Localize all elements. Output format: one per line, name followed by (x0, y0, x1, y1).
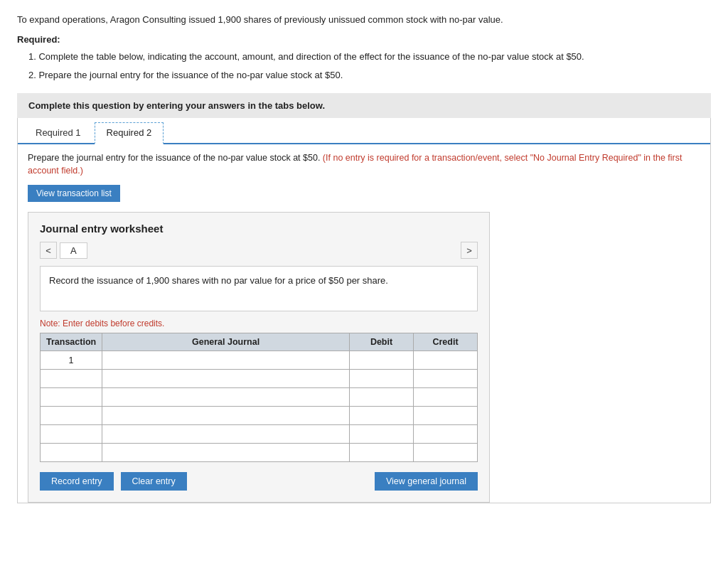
txn-cell (41, 370, 102, 388)
col-transaction: Transaction (41, 333, 102, 351)
worksheet-container: Journal entry worksheet < A > Record the… (28, 212, 490, 503)
instruction-text: Prepare the journal entry for the issuan… (28, 151, 700, 178)
tab-required-1[interactable]: Required 1 (23, 122, 93, 143)
credit-cell[interactable] (414, 425, 478, 444)
debit-input[interactable] (350, 444, 413, 461)
general-journal-cell[interactable] (102, 370, 350, 388)
view-general-journal-button[interactable]: View general journal (375, 472, 478, 491)
debit-cell[interactable] (350, 444, 414, 462)
debit-cell[interactable] (350, 407, 414, 425)
general-journal-input[interactable] (102, 444, 349, 461)
question-banner: Complete this question by entering your … (17, 93, 711, 118)
action-row: Record entry Clear entry View general jo… (40, 472, 478, 491)
nav-right-button[interactable]: > (461, 242, 478, 259)
journal-table: Transaction General Journal Debit Credit… (40, 333, 478, 462)
txn-cell (41, 388, 102, 407)
debit-input[interactable] (350, 407, 413, 424)
debit-cell[interactable] (350, 370, 414, 388)
table-row (41, 388, 478, 407)
credit-cell[interactable] (414, 407, 478, 425)
debit-input[interactable] (350, 425, 413, 443)
required-item-2: 2. Prepare the journal entry for the iss… (28, 68, 711, 83)
tabs-container: Required 1 Required 2 Prepare the journa… (17, 118, 711, 504)
col-general-journal: General Journal (102, 333, 350, 351)
general-journal-input[interactable] (102, 388, 349, 406)
worksheet-title: Journal entry worksheet (40, 223, 478, 235)
general-journal-input[interactable] (102, 425, 349, 443)
note-text: Note: Enter debits before credits. (40, 319, 478, 328)
txn-cell (41, 425, 102, 444)
tab-a-label[interactable]: A (60, 242, 87, 259)
general-journal-cell[interactable] (102, 388, 350, 407)
credit-cell[interactable] (414, 351, 478, 370)
txn-cell (41, 407, 102, 425)
record-entry-button[interactable]: Record entry (40, 472, 114, 491)
clear-entry-button[interactable]: Clear entry (121, 472, 187, 491)
description-box: Record the issuance of 1,900 shares with… (40, 266, 478, 311)
credit-input[interactable] (414, 388, 477, 406)
credit-input[interactable] (414, 444, 477, 461)
debit-input[interactable] (350, 370, 413, 387)
required-item-1: 1. Complete the table below, indicating … (28, 49, 711, 65)
credit-input[interactable] (414, 407, 477, 424)
required-list: 1. Complete the table below, indicating … (28, 49, 711, 83)
view-transaction-list-button[interactable]: View transaction list (28, 185, 120, 202)
debit-cell[interactable] (350, 351, 414, 370)
debit-cell[interactable] (350, 425, 414, 444)
credit-input[interactable] (414, 351, 477, 369)
tab-required-2[interactable]: Required 2 (95, 122, 164, 144)
required-label: Required: (17, 34, 711, 45)
nav-row: < A > (40, 242, 478, 259)
table-row: 1 (41, 351, 478, 370)
credit-input[interactable] (414, 425, 477, 443)
table-row (41, 407, 478, 425)
general-journal-input[interactable] (102, 351, 349, 369)
credit-input[interactable] (414, 370, 477, 387)
general-journal-cell[interactable] (102, 425, 350, 444)
table-row (41, 425, 478, 444)
debit-input[interactable] (350, 388, 413, 406)
credit-cell[interactable] (414, 388, 478, 407)
general-journal-cell[interactable] (102, 444, 350, 462)
txn-cell: 1 (41, 351, 102, 370)
general-journal-input[interactable] (102, 370, 349, 387)
general-journal-cell[interactable] (102, 407, 350, 425)
intro-paragraph: To expand operations, Aragon Consulting … (17, 13, 711, 27)
tabs-row: Required 1 Required 2 (18, 118, 710, 144)
general-journal-input[interactable] (102, 407, 349, 424)
table-row (41, 444, 478, 462)
debit-input[interactable] (350, 351, 413, 369)
txn-cell (41, 444, 102, 462)
nav-left-button[interactable]: < (40, 242, 57, 259)
debit-cell[interactable] (350, 388, 414, 407)
table-row (41, 370, 478, 388)
credit-cell[interactable] (414, 370, 478, 388)
col-credit: Credit (414, 333, 478, 351)
general-journal-cell[interactable] (102, 351, 350, 370)
col-debit: Debit (350, 333, 414, 351)
credit-cell[interactable] (414, 444, 478, 462)
tab-content: Prepare the journal entry for the issuan… (18, 144, 710, 503)
